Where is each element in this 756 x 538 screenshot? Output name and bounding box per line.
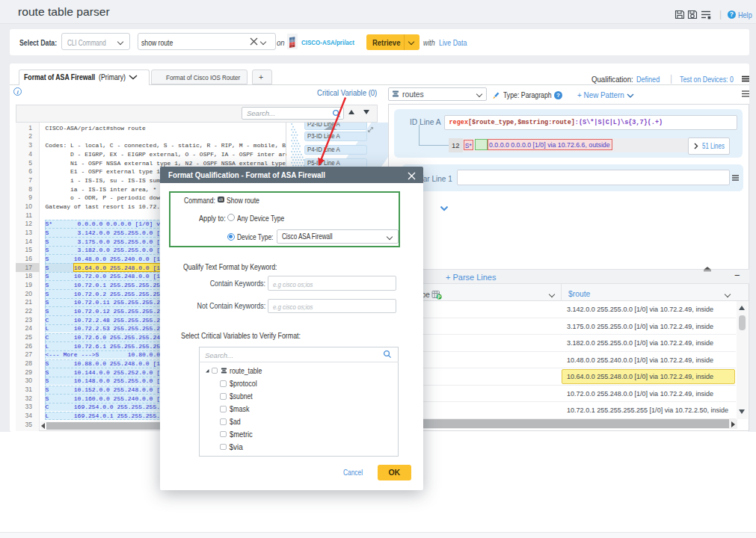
svg-text:P: P bbox=[437, 294, 441, 299]
